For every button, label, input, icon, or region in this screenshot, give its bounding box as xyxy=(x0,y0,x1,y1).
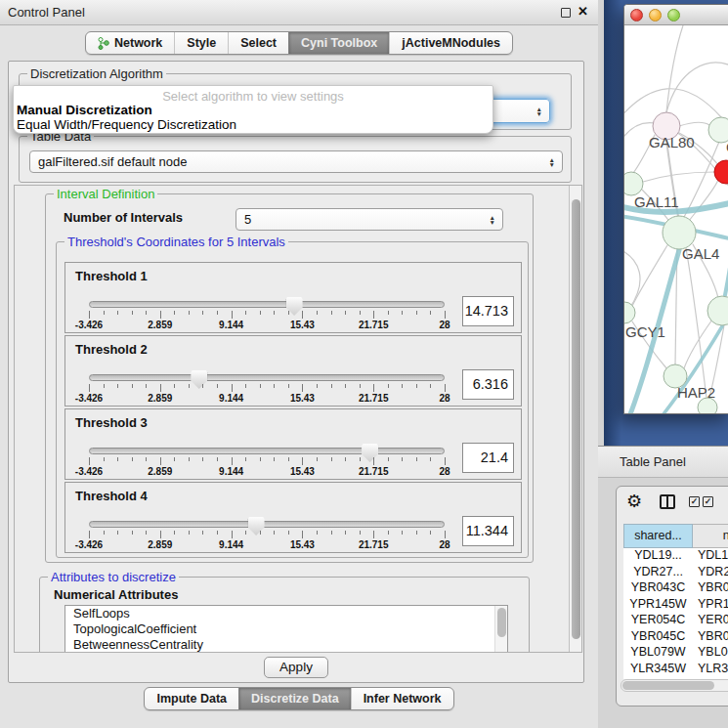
stepper-arrows-icon: ▲▼ xyxy=(549,151,555,172)
apply-button[interactable]: Apply xyxy=(264,657,328,678)
network-edge xyxy=(666,25,683,112)
cell-shared-name[interactable]: YDR27... xyxy=(623,565,693,581)
slider-track[interactable] xyxy=(89,521,445,528)
table-row[interactable]: YPR145WYPR1 xyxy=(623,597,728,614)
network-node-g[interactable] xyxy=(708,117,728,143)
threshold-value-field[interactable]: 21.4 xyxy=(462,443,514,473)
cell-name[interactable]: YDR2 xyxy=(693,565,728,581)
network-edge xyxy=(666,63,728,112)
discretization-algorithm-label: Discretization Algorithm xyxy=(27,66,166,81)
network-edge xyxy=(679,122,709,126)
dropdown-options: Manual DiscretizationEqual Width/Frequen… xyxy=(14,103,492,132)
table-row[interactable]: YER054CYER0 xyxy=(623,613,728,629)
table-data-combobox[interactable]: galFiltered.sif default node ▲▼ xyxy=(29,150,563,173)
tab-infer-network[interactable]: Infer Network xyxy=(351,688,453,709)
slider-track[interactable] xyxy=(89,301,445,308)
minimize-traffic-light-icon[interactable] xyxy=(649,9,662,21)
table-row[interactable]: YBL079WYBL0 xyxy=(623,645,728,662)
tab-jactivemnodules[interactable]: jActiveMNodules xyxy=(389,32,512,54)
attribute-item-selfloops[interactable]: SelfLoops xyxy=(65,606,507,621)
table-data-group: Table Data galFiltered.sif default node … xyxy=(19,136,572,183)
tab-label: Style xyxy=(187,36,216,50)
network-edge xyxy=(686,248,707,398)
table-panel-titlebar: Table Panel xyxy=(598,446,728,478)
split-columns-icon[interactable] xyxy=(660,494,675,509)
tab-discretize-data[interactable]: Discretize Data xyxy=(238,688,351,709)
column-header-shared-name[interactable]: shared... xyxy=(623,524,693,548)
tab-impute-data[interactable]: Impute Data xyxy=(145,688,238,709)
bottom-tab-bar: Impute DataDiscretize DataInfer Network xyxy=(0,687,598,710)
checked-checkbox-icon[interactable]: ✓ xyxy=(689,496,700,507)
column-header-name[interactable]: n... xyxy=(693,524,728,548)
cell-shared-name[interactable]: YDL19... xyxy=(623,548,693,565)
cell-name[interactable]: YDL1 xyxy=(693,548,728,565)
tab-label: Select xyxy=(240,36,277,50)
threshold-value-field[interactable]: 14.713 xyxy=(462,296,514,326)
checked-checkbox-icon[interactable]: ✓ xyxy=(703,496,713,507)
cell-name[interactable]: YBR0 xyxy=(693,580,728,597)
network-view-window: GAL80GCGAL11GAL4GCY1HHAP2 xyxy=(623,4,728,414)
table-panel-title: Table Panel xyxy=(620,454,686,469)
attribute-item-betweennesscentrality[interactable]: BetweennessCentrality xyxy=(65,637,507,653)
tab-label: Infer Network xyxy=(364,692,442,706)
tab-style[interactable]: Style xyxy=(174,32,228,54)
interval-definition-group: Interval Definition Number of Intervals … xyxy=(45,193,534,563)
threshold-label: Threshold 1 xyxy=(75,269,148,283)
close-icon[interactable]: ✕ xyxy=(578,4,588,19)
network-node-gal4[interactable] xyxy=(663,216,696,249)
table-row[interactable]: YBR043CYBR0 xyxy=(623,580,728,597)
cell-name[interactable]: YLR3 xyxy=(693,662,728,678)
network-edge xyxy=(684,320,712,368)
float-window-icon[interactable] xyxy=(561,8,571,18)
table-row[interactable]: YBR045CYBR0 xyxy=(623,629,728,646)
table-data-value: galFiltered.sif default node xyxy=(38,154,187,169)
network-node-h[interactable] xyxy=(707,296,728,325)
network-node-gcy1[interactable] xyxy=(624,302,635,323)
slider-track[interactable] xyxy=(89,374,445,381)
table-header-row: shared... n... xyxy=(623,524,728,548)
cell-name[interactable]: YPR1 xyxy=(693,597,728,614)
close-traffic-light-icon[interactable] xyxy=(630,9,643,21)
network-node-gal11[interactable] xyxy=(624,172,643,195)
table-row[interactable]: YDL19...YDL1 xyxy=(623,548,728,565)
threshold-box-4: Threshold 4-3.4262.8599.14415.4321.71528… xyxy=(64,482,522,553)
number-of-intervals-combobox[interactable]: 5 ▲▼ xyxy=(236,208,503,231)
threshold-value-field[interactable]: 11.344 xyxy=(462,516,514,546)
attribute-item-topologicalcoefficient[interactable]: TopologicalCoefficient xyxy=(65,621,507,637)
gear-icon[interactable]: ⚙ xyxy=(626,491,642,511)
cell-shared-name[interactable]: YBR045C xyxy=(623,629,693,646)
zoom-traffic-light-icon[interactable] xyxy=(667,9,680,21)
table-row[interactable]: YLR345WYLR3 xyxy=(623,662,728,678)
settings-vertical-scrollbar[interactable] xyxy=(569,186,581,652)
tab-network[interactable]: Network xyxy=(86,32,174,54)
threshold-value-field[interactable]: 6.316 xyxy=(462,369,514,400)
table-row[interactable]: YDR27...YDR2 xyxy=(623,565,728,581)
numerical-attributes-list[interactable]: SelfLoopsTopologicalCoefficientBetweenne… xyxy=(64,605,508,653)
tab-select[interactable]: Select xyxy=(228,32,288,54)
tab-cyni-toolbox[interactable]: Cyni Toolbox xyxy=(288,32,389,54)
node-label-gal11: GAL11 xyxy=(634,193,679,210)
cell-name[interactable]: YBR0 xyxy=(693,629,728,646)
cell-name[interactable]: YER0 xyxy=(693,613,728,629)
network-edge xyxy=(632,245,667,306)
slider-tick-labels: -3.4262.8599.14415.4321.71528 xyxy=(89,466,445,478)
attributes-list-scrollbar[interactable] xyxy=(494,606,507,653)
dropdown-option-equal-width-frequency-discretization[interactable]: Equal Width/Frequency Discretization xyxy=(14,117,492,132)
cell-shared-name[interactable]: YBL079W xyxy=(623,645,693,662)
cell-shared-name[interactable]: YLR345W xyxy=(623,662,693,678)
table-horizontal-scrollbar[interactable] xyxy=(621,679,728,692)
panel-title: Control Panel xyxy=(8,5,85,20)
cell-shared-name[interactable]: YER054C xyxy=(623,613,693,629)
thresholds-group: Threshold's Coordinates for 5 Intervals … xyxy=(56,241,529,558)
slider-track[interactable] xyxy=(89,448,445,454)
table-panel: ⚙ ✓ ✓ shared... n... YDL19...YDL1YDR27..… xyxy=(616,486,728,707)
cell-name[interactable]: YBL0 xyxy=(693,645,728,662)
cell-shared-name[interactable]: YPR145W xyxy=(623,597,693,614)
cell-shared-name[interactable]: YBR043C xyxy=(623,580,693,597)
dropdown-placeholder: Select algorithm to view settings xyxy=(14,86,492,103)
bottom-tab-segments: Impute DataDiscretize DataInfer Network xyxy=(144,687,453,710)
network-node-c[interactable] xyxy=(714,160,728,184)
dropdown-option-manual-discretization[interactable]: Manual Discretization xyxy=(14,103,492,117)
node-label-gcy1: GCY1 xyxy=(625,323,665,340)
network-graph[interactable]: GAL80GCGAL11GAL4GCY1HHAP2 xyxy=(624,25,728,414)
